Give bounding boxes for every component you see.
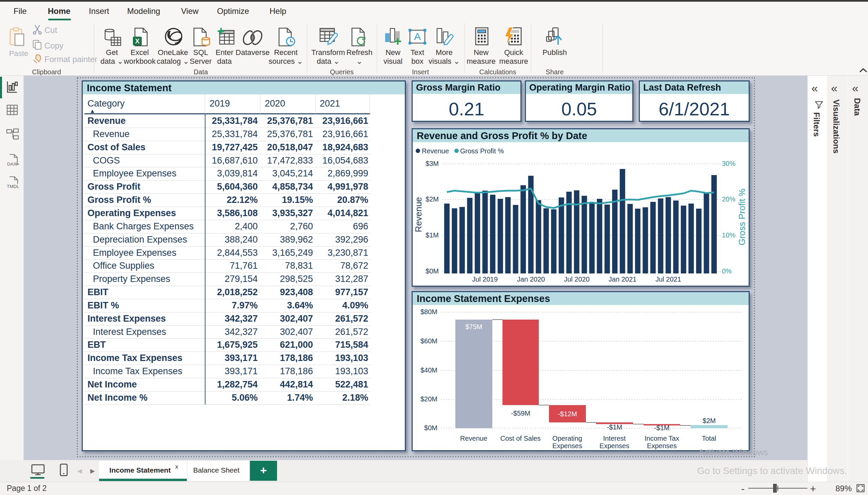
svg-text:X: X bbox=[135, 37, 140, 45]
svg-text:DAX: DAX bbox=[7, 161, 17, 167]
svg-text:A: A bbox=[414, 31, 421, 42]
svg-text:TMDL: TMDL bbox=[7, 184, 19, 189]
